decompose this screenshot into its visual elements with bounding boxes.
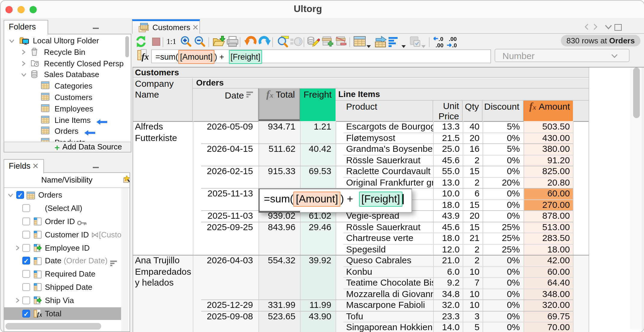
svg-text:fx: fx: [141, 52, 148, 61]
svg-text:.0: .0: [438, 36, 443, 42]
svg-text:.0: .0: [452, 42, 457, 48]
svg-text:.00: .00: [449, 36, 456, 42]
svg-text:.00: .00: [435, 42, 443, 48]
svg-text:fx: fx: [37, 311, 42, 318]
